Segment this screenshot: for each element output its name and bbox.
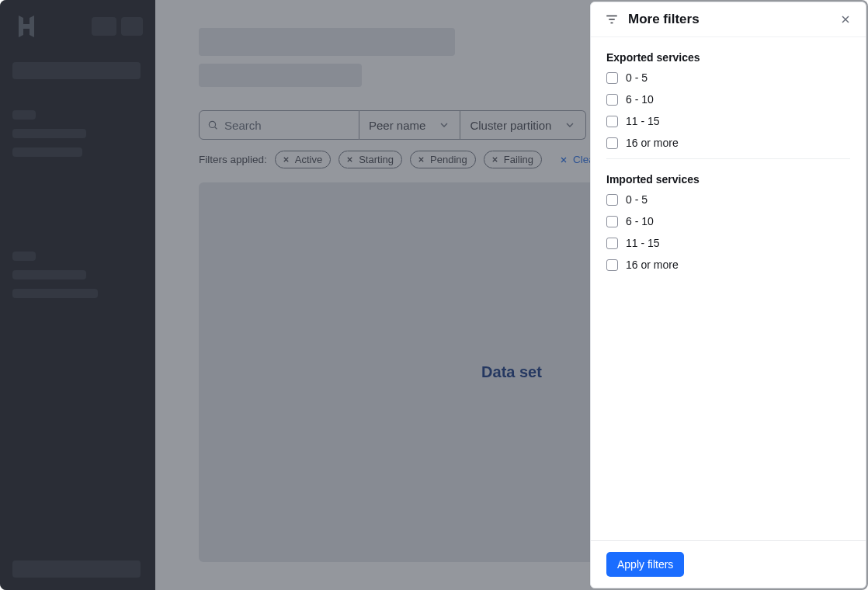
close-panel-button[interactable] xyxy=(839,13,852,26)
checkbox-label: 0 - 5 xyxy=(626,193,648,206)
exported-option[interactable]: 11 - 15 xyxy=(606,115,850,127)
panel-header: More filters xyxy=(591,2,866,37)
exported-option[interactable]: 0 - 5 xyxy=(606,71,850,84)
imported-services-group: Imported services 0 - 5 6 - 10 11 - 15 1… xyxy=(606,173,850,271)
divider xyxy=(606,158,850,159)
checkbox[interactable] xyxy=(606,137,618,149)
checkbox[interactable] xyxy=(606,116,618,127)
imported-option[interactable]: 11 - 15 xyxy=(606,237,850,249)
checkbox-label: 6 - 10 xyxy=(626,215,654,227)
imported-option[interactable]: 0 - 5 xyxy=(606,193,850,206)
checkbox-label: 16 or more xyxy=(626,137,679,149)
imported-services-title: Imported services xyxy=(606,173,850,186)
panel-title: More filters xyxy=(628,12,700,27)
exported-services-title: Exported services xyxy=(606,51,850,64)
imported-option[interactable]: 16 or more xyxy=(606,259,850,271)
checkbox-label: 16 or more xyxy=(626,259,679,271)
checkbox[interactable] xyxy=(606,72,618,84)
checkbox-label: 0 - 5 xyxy=(626,71,648,84)
checkbox[interactable] xyxy=(606,94,618,106)
exported-option[interactable]: 6 - 10 xyxy=(606,93,850,106)
exported-option[interactable]: 16 or more xyxy=(606,137,850,149)
close-icon xyxy=(839,13,852,26)
panel-body: Exported services 0 - 5 6 - 10 11 - 15 1… xyxy=(591,37,866,540)
checkbox[interactable] xyxy=(606,259,618,271)
exported-services-group: Exported services 0 - 5 6 - 10 11 - 15 1… xyxy=(606,51,850,149)
apply-filters-button[interactable]: Apply filters xyxy=(606,552,684,577)
filter-icon xyxy=(605,12,619,26)
checkbox[interactable] xyxy=(606,194,618,206)
checkbox[interactable] xyxy=(606,216,618,227)
panel-footer: Apply filters xyxy=(591,540,866,588)
imported-option[interactable]: 6 - 10 xyxy=(606,215,850,227)
checkbox[interactable] xyxy=(606,238,618,249)
more-filters-panel: More filters Exported services 0 - 5 6 -… xyxy=(590,2,866,588)
checkbox-label: 6 - 10 xyxy=(626,93,654,106)
checkbox-label: 11 - 15 xyxy=(626,237,660,249)
checkbox-label: 11 - 15 xyxy=(626,115,660,127)
